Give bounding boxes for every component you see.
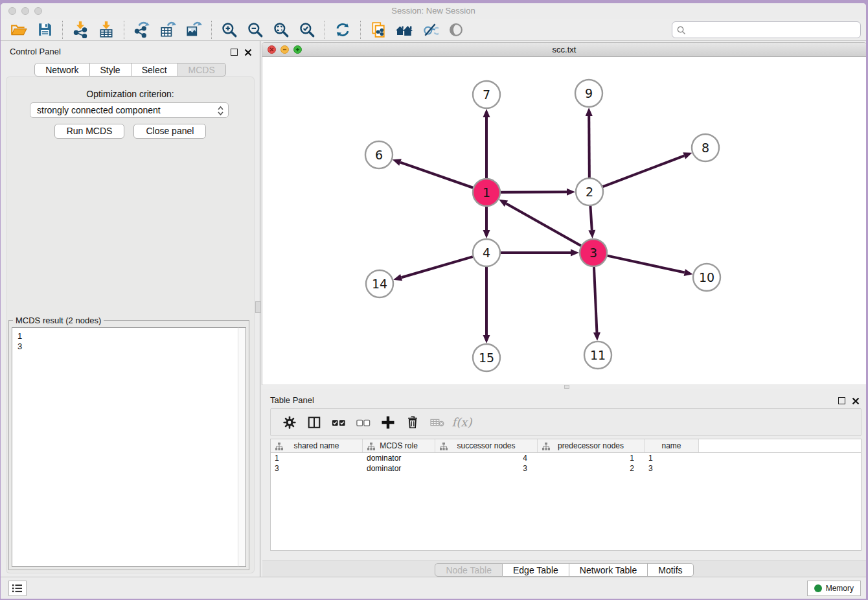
- run-mcds-button[interactable]: Run MCDS: [54, 124, 125, 139]
- zoom-in-icon[interactable]: [220, 20, 239, 40]
- splitter-grip[interactable]: [564, 385, 569, 389]
- graph-edge-1-6[interactable]: [400, 163, 473, 188]
- network-graph[interactable]: 7968124314101511: [262, 57, 866, 384]
- gear-icon[interactable]: [279, 411, 301, 433]
- home-icon[interactable]: [394, 20, 414, 40]
- mcds-buttons: Run MCDS Close panel: [6, 124, 255, 139]
- memory-status-icon: [814, 584, 822, 592]
- graph-edge-4-14[interactable]: [402, 257, 473, 277]
- zoom-out-icon[interactable]: [246, 20, 265, 40]
- task-history-button[interactable]: [8, 581, 27, 596]
- close-panel-button[interactable]: Close panel: [133, 124, 206, 139]
- refresh-layout-icon[interactable]: [333, 20, 352, 40]
- toolbar-separator: [124, 21, 124, 39]
- criterion-value: strongly connected component: [37, 105, 161, 115]
- float-panel-icon[interactable]: [231, 49, 238, 56]
- mcds-panel: Optimization criterion: strongly connect…: [6, 76, 255, 573]
- graph-edge-arrow: [683, 152, 692, 159]
- list-icon: [12, 584, 23, 593]
- save-session-icon[interactable]: [35, 20, 54, 40]
- graph-edge-2-9[interactable]: [589, 116, 589, 178]
- zoom-fit-icon[interactable]: [271, 20, 291, 40]
- graph-edge-arrow: [588, 230, 595, 238]
- column-header-predecessor-nodes[interactable]: predecessor nodes: [538, 439, 645, 452]
- mcds-result-scrollbar[interactable]: [238, 327, 246, 567]
- graph-edge-arrow: [393, 274, 402, 281]
- graph-edge-1-2[interactable]: [501, 192, 567, 192]
- column-header-name[interactable]: name: [645, 439, 699, 452]
- network-window-titlebar[interactable]: scc.txt: [262, 43, 866, 57]
- export-table-icon[interactable]: [158, 20, 177, 40]
- trash-icon[interactable]: [402, 411, 424, 433]
- import-network-icon[interactable]: [71, 20, 90, 40]
- control-panel: Control Panel Network Style Select MCDS …: [1, 41, 260, 577]
- network-window-title: scc.txt: [262, 45, 866, 54]
- graph-node-label: 4: [483, 246, 490, 260]
- graph-edge-3-11[interactable]: [594, 267, 597, 332]
- graph-edge-3-1[interactable]: [506, 203, 580, 246]
- select-all-icon[interactable]: [328, 411, 350, 433]
- control-panel-title: Control Panel: [10, 47, 61, 56]
- criterion-select[interactable]: strongly connected component: [30, 102, 229, 118]
- table-row[interactable]: 1 dominator 4 1 1: [271, 453, 861, 463]
- tab-node-table[interactable]: Node Table: [435, 563, 503, 577]
- close-panel-icon[interactable]: [244, 49, 252, 56]
- tab-network-table[interactable]: Network Table: [569, 563, 648, 577]
- graph-node-label: 10: [699, 270, 714, 284]
- import-table-icon[interactable]: [97, 20, 116, 40]
- tab-motifs[interactable]: Motifs: [648, 563, 693, 577]
- graph-edge-arrow: [393, 159, 402, 165]
- tab-mcds[interactable]: MCDS: [178, 63, 226, 76]
- search-input[interactable]: [689, 23, 856, 36]
- graph-edge-arrow: [483, 109, 490, 117]
- splitter-grip[interactable]: [255, 301, 261, 313]
- control-panel-tabs: Network Style Select MCDS: [1, 63, 260, 76]
- zoom-selected-icon[interactable]: [297, 20, 317, 40]
- horizontal-splitter[interactable]: [262, 384, 866, 389]
- function-builder-icon[interactable]: f(x): [451, 411, 473, 433]
- graph-node-label: 3: [589, 246, 597, 260]
- tab-style[interactable]: Style: [90, 63, 131, 76]
- search-icon: [677, 26, 686, 35]
- column-header-mcds-role[interactable]: MCDS role: [363, 439, 435, 452]
- export-network-icon[interactable]: [132, 20, 152, 40]
- show-eye-icon[interactable]: [446, 20, 466, 40]
- toolbar-separator: [325, 21, 325, 39]
- control-panel-header: Control Panel: [1, 45, 260, 59]
- graph-edge-arrow: [593, 332, 600, 341]
- delete-table-icon[interactable]: [426, 411, 448, 433]
- memory-button[interactable]: Memory: [807, 581, 861, 596]
- open-session-icon[interactable]: [9, 20, 29, 40]
- copy-network-icon[interactable]: [369, 20, 388, 40]
- hide-glasses-icon[interactable]: [420, 20, 440, 40]
- graph-edge-2-8[interactable]: [603, 156, 685, 187]
- split-panel-icon[interactable]: [303, 411, 325, 433]
- tab-edge-table[interactable]: Edge Table: [503, 563, 569, 577]
- close-panel-icon[interactable]: [852, 397, 860, 405]
- graph-edge-3-10[interactable]: [607, 256, 684, 273]
- table-header: shared name MCDS role successor nodes pr…: [271, 439, 861, 453]
- mcds-result-text[interactable]: 1 3: [12, 327, 246, 567]
- titlebar: Session: New Session: [1, 3, 866, 19]
- chevron-updown-icon: [217, 105, 224, 117]
- deselect-all-icon[interactable]: [352, 411, 374, 433]
- add-icon[interactable]: [377, 411, 399, 433]
- mcds-result-fieldset: MCDS result (2 nodes) 1 3: [8, 320, 249, 570]
- graph-node-label: 9: [585, 86, 593, 100]
- toolbar-separator: [211, 21, 212, 39]
- float-panel-icon[interactable]: [838, 397, 845, 404]
- toolbar-separator: [360, 21, 361, 39]
- fx-label: f(x): [452, 415, 472, 429]
- tab-network[interactable]: Network: [34, 63, 89, 76]
- window-title: Session: New Session: [1, 6, 866, 16]
- export-image-icon[interactable]: [184, 20, 203, 40]
- column-header-shared-name[interactable]: shared name: [271, 439, 363, 452]
- graph-edge-2-3[interactable]: [590, 206, 591, 230]
- table-row[interactable]: 3 dominator 3 2 3: [271, 463, 861, 474]
- network-canvas[interactable]: 7968124314101511: [262, 57, 866, 384]
- app-window: Session: New Session: [1, 3, 866, 599]
- optimization-criterion-label: Optimization criterion:: [6, 89, 255, 99]
- tab-select[interactable]: Select: [131, 63, 178, 76]
- table-toolbar: f(x): [270, 408, 862, 436]
- column-header-successor-nodes[interactable]: successor nodes: [435, 439, 538, 452]
